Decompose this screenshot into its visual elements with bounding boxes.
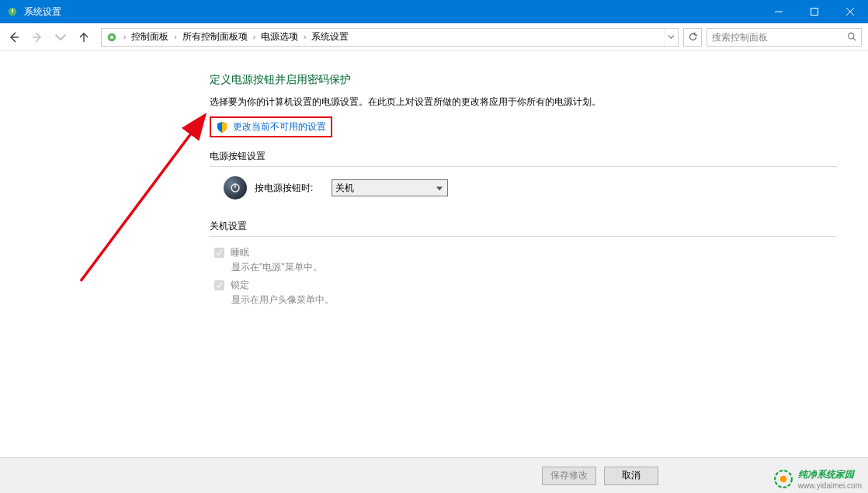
lock-checkbox[interactable]: [214, 280, 224, 290]
search-box[interactable]: [707, 28, 862, 47]
watermark-url: www.yidaimei.com: [798, 481, 862, 490]
power-button-label: 按电源按钮时:: [255, 182, 313, 195]
watermark-text: 纯净系统家园: [798, 469, 854, 480]
breadcrumb-item[interactable]: 所有控制面板项: [182, 30, 248, 43]
breadcrumb-icon: [105, 32, 119, 43]
content-area: 定义电源按钮并启用密码保护 选择要为你的计算机设置的电源设置。在此页上对设置所做…: [0, 51, 868, 307]
power-button-row: 按电源按钮时: 关机: [224, 176, 837, 200]
page-title: 定义电源按钮并启用密码保护: [210, 73, 837, 87]
nav-back-button[interactable]: [3, 26, 25, 48]
search-icon[interactable]: [842, 32, 861, 42]
chevron-right-icon: ›: [119, 33, 130, 41]
maximize-button[interactable]: [797, 0, 832, 23]
breadcrumb-item[interactable]: 电源选项: [260, 30, 299, 43]
search-input[interactable]: [707, 32, 842, 43]
save-button[interactable]: 保存修改: [542, 467, 596, 485]
breadcrumb[interactable]: › 控制面板 › 所有控制面板项 › 电源选项 › 系统设置: [101, 28, 679, 47]
chevron-right-icon: ›: [299, 33, 311, 41]
watermark: 纯净系统家园 www.yidaimei.com: [773, 468, 862, 490]
breadcrumb-dropdown-icon[interactable]: [664, 29, 678, 46]
change-unavailable-settings-link[interactable]: 更改当前不可用的设置: [210, 116, 332, 137]
section-divider: [210, 166, 837, 167]
refresh-button[interactable]: [683, 28, 702, 47]
footer: 保存修改 取消: [0, 457, 868, 493]
shutdown-options: 睡眠 显示在"电源"菜单中。 锁定 显示在用户头像菜单中。: [214, 246, 837, 307]
sleep-desc: 显示在"电源"菜单中。: [231, 261, 837, 274]
svg-point-11: [848, 33, 853, 39]
cancel-button[interactable]: 取消: [604, 467, 658, 485]
nav-forward-button[interactable]: [26, 26, 48, 48]
nav-up-button[interactable]: [73, 26, 95, 48]
option-sleep: 睡眠 显示在"电源"菜单中。: [214, 246, 837, 274]
titlebar: 系统设置: [0, 0, 868, 23]
section-title-shutdown: 关机设置: [210, 220, 837, 233]
window-controls: [761, 0, 868, 23]
minimize-button[interactable]: [761, 0, 797, 23]
chevron-right-icon: ›: [169, 33, 181, 41]
app-icon: [6, 5, 19, 18]
breadcrumb-item[interactable]: 系统设置: [311, 30, 349, 43]
power-icon: [224, 176, 247, 200]
page-description: 选择要为你的计算机设置的电源设置。在此页上对设置所做的更改将应用于你所有的电源计…: [210, 95, 837, 109]
breadcrumb-item[interactable]: 控制面板: [130, 30, 169, 43]
section-title-power-button: 电源按钮设置: [210, 150, 837, 163]
shield-icon: [216, 121, 228, 134]
sleep-label: 睡眠: [231, 247, 249, 258]
window-title: 系统设置: [24, 5, 761, 19]
close-button[interactable]: [832, 0, 868, 23]
svg-rect-3: [811, 9, 818, 16]
svg-line-12: [853, 38, 856, 40]
svg-rect-1: [12, 9, 13, 12]
svg-rect-10: [110, 36, 113, 39]
section-divider: [210, 236, 837, 237]
lock-desc: 显示在用户头像菜单中。: [231, 293, 837, 307]
svg-point-17: [779, 476, 786, 483]
option-lock: 锁定 显示在用户头像菜单中。: [214, 279, 837, 307]
navbar: › 控制面板 › 所有控制面板项 › 电源选项 › 系统设置: [0, 23, 868, 51]
chevron-right-icon: ›: [248, 33, 260, 41]
nav-recent-dropdown[interactable]: [50, 26, 71, 48]
power-button-action-select[interactable]: 关机: [332, 179, 448, 196]
sleep-checkbox[interactable]: [214, 248, 224, 258]
change-settings-link-text: 更改当前不可用的设置: [233, 120, 326, 134]
lock-label: 锁定: [231, 279, 249, 290]
watermark-logo-icon: [773, 469, 793, 489]
